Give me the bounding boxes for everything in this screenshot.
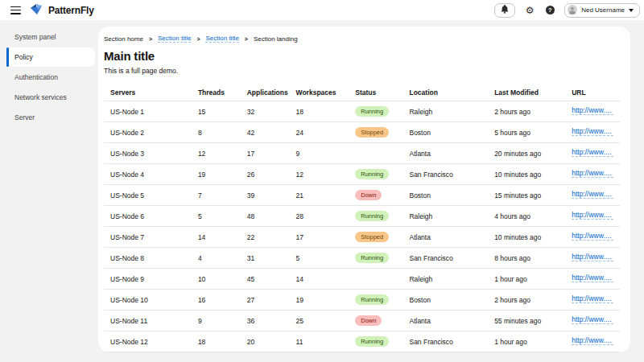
url-link[interactable]: http://www.redhat…	[572, 253, 613, 261]
breadcrumb-item-section-title[interactable]: Section title	[158, 35, 191, 43]
notifications-button[interactable]	[494, 3, 515, 18]
cell-status: Down	[349, 311, 402, 331]
url-link[interactable]: http://www.redhat…	[572, 211, 613, 220]
cell-applications: 31	[241, 248, 290, 269]
page-title: Main title	[104, 49, 625, 63]
sidebar-item-authentication[interactable]: Authentication	[6, 68, 95, 87]
url-link[interactable]: http://www.redhat…	[572, 190, 613, 199]
cell-threads: 5	[192, 206, 241, 227]
table-row-us-node-3: US-Node 312179Atlanta20 minutes agohttp:…	[104, 143, 620, 164]
column-header-location: Location	[402, 84, 488, 101]
cell-location: San Francisco	[402, 331, 488, 352]
cell-location: Raleigh	[402, 269, 488, 290]
sidebar: System panelPolicyAuthenticationNetwork …	[0, 20, 98, 362]
nav-toggle-button[interactable]	[10, 6, 21, 14]
bell-icon	[501, 4, 509, 16]
cell-workspaces: 12	[290, 164, 349, 185]
caret-down-icon	[629, 9, 634, 12]
status-badge: Running	[355, 106, 389, 117]
masthead: PatternFly ⚙ ?	[0, 0, 644, 20]
cell-status: Down	[349, 185, 402, 206]
url-link[interactable]: http://www.redhat…	[572, 127, 613, 136]
cell-server: US-Node 1	[104, 101, 192, 122]
cell-applications: 36	[241, 311, 290, 331]
cell-location: Boston	[402, 290, 488, 311]
url-link[interactable]: http://www.redhat…	[572, 148, 613, 157]
table-row-us-node-6: US-Node 654828RunningRaleigh4 hours agoh…	[104, 206, 620, 227]
breadcrumb-separator-icon: >	[245, 36, 248, 42]
table-row-us-node-11: US-Node 1193625DownAtlanta55 minutes ago…	[104, 311, 620, 331]
cell-workspaces: 14	[290, 269, 349, 290]
cell-applications: 20	[241, 331, 290, 352]
table-row-us-node-4: US-Node 4192612RunningSan Francisco10 mi…	[104, 164, 620, 185]
help-icon: ?	[546, 6, 555, 14]
url-link[interactable]: http://www.redhat…	[572, 274, 613, 282]
cell-last-modified: 1 hour ago	[488, 269, 565, 290]
sidebar-nav: System panelPolicyAuthenticationNetwork …	[0, 27, 98, 127]
breadcrumb-separator-icon: >	[196, 36, 200, 42]
cell-threads: 4	[192, 248, 241, 269]
status-badge: Down	[355, 190, 382, 200]
patternfly-logo-icon	[31, 4, 43, 16]
cell-location: Atlanta	[402, 311, 488, 331]
cell-url: http://www.redhat…	[565, 206, 619, 227]
cell-status: Running	[349, 164, 402, 185]
sidebar-item-system-panel[interactable]: System panel	[6, 27, 95, 47]
status-badge: Running	[355, 211, 389, 221]
content-card: Section home>Section title>Section title…	[98, 27, 630, 352]
table-row-us-node-2: US-Node 284224StoppedBoston5 hours agoht…	[104, 122, 620, 143]
cell-server: US-Node 6	[104, 206, 192, 227]
cell-threads: 9	[192, 311, 241, 331]
url-link[interactable]: http://www.redhat…	[572, 294, 613, 303]
cell-workspaces: 17	[290, 227, 349, 248]
cell-server: US-Node 3	[104, 143, 192, 164]
cell-server: US-Node 5	[104, 185, 192, 206]
cell-applications: 26	[241, 164, 290, 185]
cell-url: http://www.redhat…	[565, 164, 619, 185]
url-link[interactable]: http://www.redhat…	[572, 315, 613, 324]
sidebar-item-policy[interactable]: Policy	[6, 47, 95, 67]
status-badge: Stopped	[355, 232, 389, 242]
cell-applications: 48	[241, 206, 290, 227]
cell-status: Running	[349, 290, 402, 311]
column-header-url: URL	[565, 84, 619, 101]
url-link[interactable]: http://www.redhat…	[572, 106, 613, 115]
url-link[interactable]: http://www.redhat…	[572, 169, 613, 178]
breadcrumb-item-section-home: Section home	[104, 35, 143, 43]
status-badge: Stopped	[355, 127, 389, 138]
page-subtitle: This is a full page demo.	[104, 67, 625, 75]
cell-threads: 15	[192, 101, 241, 122]
cell-workspaces: 5	[290, 248, 349, 269]
cell-location: Atlanta	[402, 227, 488, 248]
help-button[interactable]: ?	[544, 5, 555, 16]
user-menu[interactable]: Ned Username	[564, 3, 640, 18]
cell-threads: 7	[192, 185, 241, 206]
cell-last-modified: 4 hours ago	[488, 206, 565, 227]
servers-table: ServersThreadsApplicationsWorkspacesStat…	[104, 84, 620, 352]
cell-workspaces: 9	[290, 143, 349, 164]
breadcrumb: Section home>Section title>Section title…	[104, 35, 625, 43]
cell-workspaces: 24	[290, 122, 349, 143]
cell-url: http://www.redhat…	[565, 269, 619, 290]
table-row-us-node-7: US-Node 7142217StoppedAtlanta10 minutes …	[104, 227, 620, 248]
cell-workspaces: 18	[290, 101, 349, 122]
cell-last-modified: 10 minutes ago	[488, 227, 565, 248]
avatar	[568, 3, 577, 18]
sidebar-item-server[interactable]: Server	[6, 108, 95, 127]
settings-button[interactable]: ⚙	[524, 5, 535, 16]
url-link[interactable]: http://www.redhat…	[572, 232, 613, 241]
breadcrumb-item-section-title[interactable]: Section title	[205, 35, 238, 43]
cell-last-modified: 2 hours ago	[488, 101, 565, 122]
cell-status	[349, 269, 402, 290]
cell-last-modified: 20 minutes ago	[488, 352, 565, 353]
cell-applications: 22	[241, 227, 290, 248]
cell-last-modified: 15 minutes ago	[488, 185, 565, 206]
cell-threads: 18	[192, 331, 241, 352]
cell-status: Stopped	[349, 227, 402, 248]
sidebar-item-network-services[interactable]: Network services	[6, 88, 95, 107]
table-row-us-node-8: US-Node 84315RunningSan Francisco8 hours…	[104, 248, 620, 269]
column-header-threads: Threads	[192, 84, 241, 101]
table-row-us-node-12: US-Node 12182011RunningSan Francisco1 ho…	[104, 331, 620, 352]
cell-location: Raleigh	[402, 206, 488, 227]
url-link[interactable]: http://www.redhat…	[572, 336, 613, 345]
